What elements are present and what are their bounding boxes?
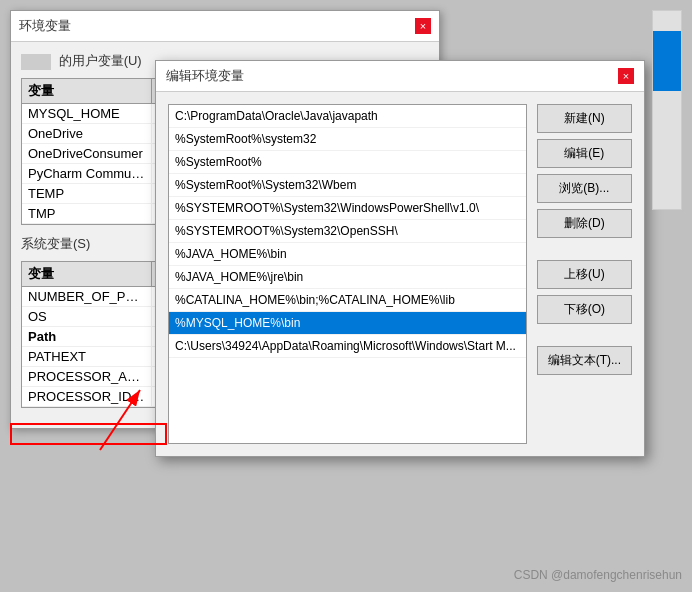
edit-button[interactable]: 编辑(E) bbox=[537, 139, 632, 168]
edit-text-button[interactable]: 编辑文本(T)... bbox=[537, 346, 632, 375]
list-item[interactable]: C:\ProgramData\Oracle\Java\javapath bbox=[169, 105, 526, 128]
edit-dialog-close[interactable]: × bbox=[618, 68, 634, 84]
var-column-header: 变量 bbox=[22, 79, 152, 103]
list-item[interactable]: %JAVA_HOME%\bin bbox=[169, 243, 526, 266]
move-down-button[interactable]: 下移(O) bbox=[537, 295, 632, 324]
env-window-titlebar: 环境变量 × bbox=[11, 11, 439, 42]
sidebar-accent bbox=[653, 31, 681, 91]
list-item[interactable]: %SystemRoot%\System32\Wbem bbox=[169, 174, 526, 197]
browse-button[interactable]: 浏览(B)... bbox=[537, 174, 632, 203]
list-item[interactable]: C:\Users\34924\AppData\Roaming\Microsoft… bbox=[169, 335, 526, 358]
edit-dialog-body: C:\ProgramData\Oracle\Java\javapath %Sys… bbox=[156, 92, 644, 456]
list-item[interactable]: %SYSTEMROOT%\System32\WindowsPowerShell\… bbox=[169, 197, 526, 220]
list-item[interactable]: %SystemRoot% bbox=[169, 151, 526, 174]
edit-dialog-titlebar: 编辑环境变量 × bbox=[156, 61, 644, 92]
dialog-button-panel: 新建(N) 编辑(E) 浏览(B)... 删除(D) 上移(U) 下移(O) 编… bbox=[537, 104, 632, 444]
list-item[interactable]: %SYSTEMROOT%\System32\OpenSSH\ bbox=[169, 220, 526, 243]
path-list[interactable]: C:\ProgramData\Oracle\Java\javapath %Sys… bbox=[168, 104, 527, 444]
list-item-selected[interactable]: %MYSQL_HOME%\bin bbox=[169, 312, 526, 335]
delete-button[interactable]: 删除(D) bbox=[537, 209, 632, 238]
right-sidebar bbox=[652, 10, 682, 210]
list-item[interactable]: %JAVA_HOME%\jre\bin bbox=[169, 266, 526, 289]
new-button[interactable]: 新建(N) bbox=[537, 104, 632, 133]
move-up-button[interactable]: 上移(U) bbox=[537, 260, 632, 289]
sys-var-col-header: 变量 bbox=[22, 262, 152, 286]
env-window-title: 环境变量 bbox=[19, 17, 71, 35]
list-item[interactable]: %SystemRoot%\system32 bbox=[169, 128, 526, 151]
edit-dialog-title: 编辑环境变量 bbox=[166, 67, 244, 85]
env-window-close[interactable]: × bbox=[415, 18, 431, 34]
watermark: CSDN @damofengchenrisehun bbox=[514, 568, 682, 582]
edit-env-dialog: 编辑环境变量 × C:\ProgramData\Oracle\Java\java… bbox=[155, 60, 645, 457]
list-item[interactable]: %CATALINA_HOME%\bin;%CATALINA_HOME%\lib bbox=[169, 289, 526, 312]
